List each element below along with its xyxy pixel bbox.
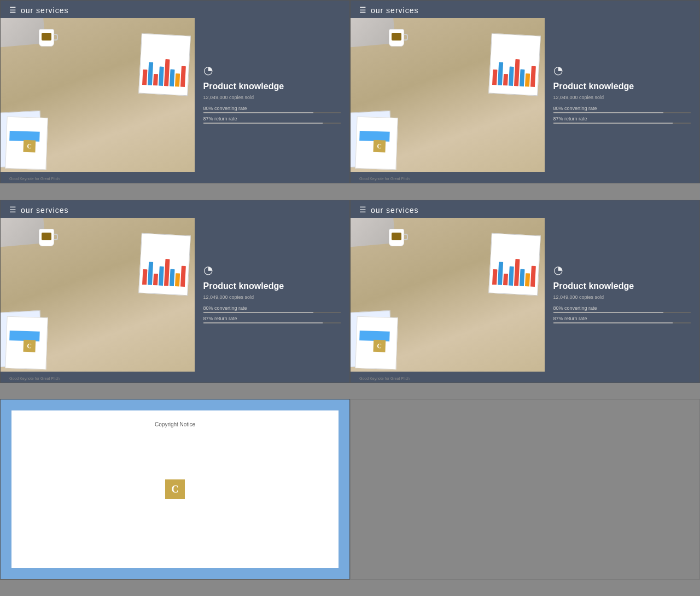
return-rate-4: 87% return rate [553,316,691,323]
return-bar-bg-3 [203,322,341,323]
coffee-handle-1 [54,34,58,40]
bar [180,66,185,87]
converting-bar-bg-4 [553,312,691,313]
coffee-cup-3 [39,229,54,246]
return-bar-fill-1 [203,123,323,124]
coffee-liquid-1 [42,33,51,40]
slide-4-content: C ◔ Product knowledge 12,049,000 copies … [351,218,699,372]
slide-1-title: our services [21,6,68,15]
bar [524,73,529,87]
slide-1-image: C [1,18,195,172]
return-rate-label-4: 87% return rate [553,316,691,321]
bar [142,269,147,285]
converting-rate-4: 80% converting rate [553,305,691,313]
bar [509,67,514,86]
slide-2-footer: Good Keynote for Great Pitch [359,177,410,181]
converting-bar-fill-2 [553,112,663,113]
converting-bar-fill-1 [203,112,313,113]
paper-4: C [355,117,398,170]
converting-bar-bg-3 [203,312,341,313]
desk-scene-2: C [351,18,545,172]
slide-3[interactable]: ☰ our services [0,200,350,383]
slide-2-content: C ◔ Product knowledge 12,049,000 copies … [351,18,699,172]
bar [530,66,535,87]
product-title-3: Product knowledge [203,281,341,291]
bar [148,62,153,85]
c-logo-letter: C [172,484,179,495]
chart-bars-3 [142,246,187,287]
bar [519,269,524,286]
slide-3-info: ◔ Product knowledge 12,049,000 copies so… [195,218,341,372]
hamburger-icon-1: ☰ [9,7,16,14]
bar [519,69,524,86]
copies-sold-2: 12,049,000 copies sold [553,95,691,100]
return-rate-3: 87% return rate [203,316,341,323]
bar [498,262,503,285]
chart-paper-3 [138,233,191,296]
copies-sold-4: 12,049,000 copies sold [553,294,691,300]
bar [524,273,529,286]
empty-cell [350,399,700,580]
desk-scene-3: C [1,218,195,372]
slide-1-content: C ◔ Product knowledge 12,049,000 copies … [1,18,349,172]
copyright-slide-wrapper[interactable]: Copyright Notice C [0,399,350,580]
bar [492,70,497,85]
coffee-cup-1 [39,29,54,47]
paper-8: C [355,316,398,369]
return-bar-bg-4 [553,322,691,323]
c-logo-paper-2: C [373,140,386,153]
converting-rate-label-4: 80% converting rate [553,305,691,311]
coffee-cup-2 [389,29,404,47]
converting-rate-1: 80% converting rate [203,106,341,113]
return-rate-label-3: 87% return rate [203,316,341,321]
slide-4-title: our services [371,206,418,215]
slide-2-image: C [351,18,545,172]
return-bar-bg-2 [553,123,691,124]
bar [153,274,158,285]
copyright-card: Copyright Notice C [11,410,339,568]
c-logo-paper-1: C [23,140,36,153]
return-rate-2: 87% return rate [553,116,691,124]
slide-4[interactable]: ☰ our services [350,200,700,383]
bar [159,266,164,285]
slide-2-title: our services [371,6,418,15]
product-title-2: Product knowledge [553,81,691,91]
bar [514,59,520,86]
paper-2: C [5,117,48,170]
converting-bar-bg-1 [203,112,341,113]
bar [498,62,503,85]
bar [153,74,158,85]
slide-4-image: C [351,218,545,372]
hamburger-icon-3: ☰ [9,206,16,214]
bar [164,259,170,286]
bar [148,262,153,285]
slide-1[interactable]: ☰ our services [0,0,350,183]
coffee-handle-2 [404,34,408,40]
copies-sold-3: 12,049,000 copies sold [203,294,341,300]
return-bar-fill-4 [553,322,673,323]
bar [174,73,179,87]
converting-rate-label-2: 80% converting rate [553,106,691,111]
converting-rate-3: 80% converting rate [203,305,341,313]
converting-rate-label-1: 80% converting rate [203,106,341,111]
bar [492,269,497,285]
chart-bars-1 [142,47,187,87]
slide-4-footer: Good Keynote for Great Pitch [359,377,410,380]
bar [514,259,520,286]
coffee-liquid-4 [392,233,401,240]
slide-1-info: ◔ Product knowledge 12,049,000 copies so… [195,18,341,172]
slide-1-header: ☰ our services [1,1,349,18]
pie-chart-icon-2: ◔ [553,63,691,77]
slide-2[interactable]: ☰ our services [350,0,700,183]
desk-scene-4: C [351,218,545,372]
bar [164,59,170,86]
bar [159,67,164,86]
bar [503,74,508,85]
converting-bar-fill-4 [553,312,663,313]
converting-bar-fill-3 [203,312,313,313]
slide-4-header: ☰ our services [351,200,699,218]
chart-bars-2 [492,47,537,87]
c-logo-paper-4: C [373,339,386,352]
c-logo-paper-3: C [23,339,36,352]
bar [169,269,174,286]
